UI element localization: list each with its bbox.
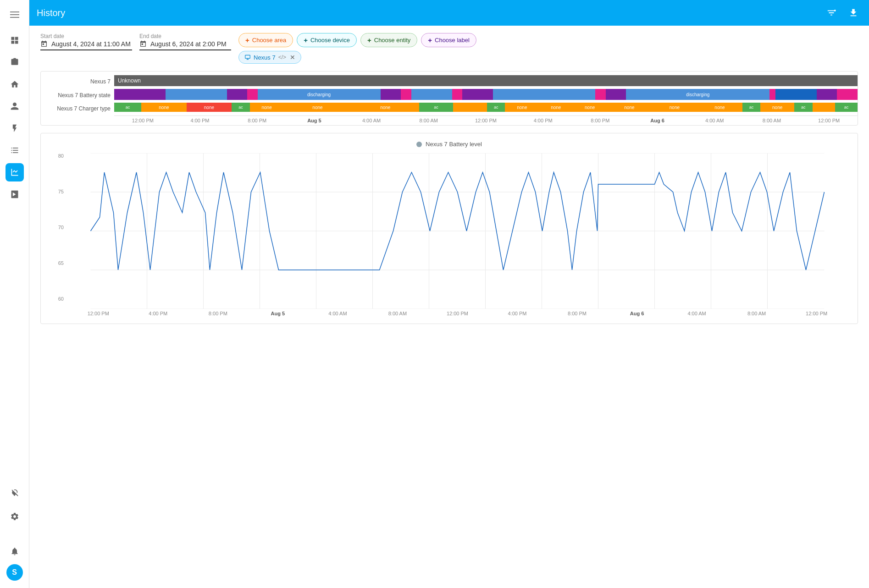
bs-seg-discharging2: discharging bbox=[626, 89, 769, 100]
legend-label: Nexus 7 Battery level bbox=[426, 141, 482, 148]
svg-rect-1 bbox=[10, 14, 19, 15]
svg-rect-10 bbox=[12, 150, 18, 151]
start-date-field[interactable]: Start date August 4, 2024 at 11:00 AM bbox=[40, 33, 132, 50]
notification-icon[interactable] bbox=[6, 542, 24, 561]
home-icon[interactable] bbox=[6, 75, 24, 93]
active-device-label: Nexus 7 bbox=[254, 54, 276, 61]
axis-8pm: 8:00 PM bbox=[228, 118, 286, 123]
svg-rect-3 bbox=[11, 37, 14, 40]
choose-area-button[interactable]: + Choose area bbox=[238, 33, 293, 47]
topbar: History bbox=[29, 0, 869, 26]
y-label-70: 70 bbox=[48, 225, 64, 230]
x-4am2: 4:00 AM bbox=[667, 311, 727, 316]
bs-seg-16 bbox=[837, 89, 858, 100]
chart-icon[interactable] bbox=[6, 163, 24, 181]
timeline-row-battery-state: Nexus 7 Battery state discharging bbox=[41, 89, 858, 102]
person-icon[interactable] bbox=[6, 97, 24, 115]
ct-none9: none bbox=[573, 103, 607, 112]
legend-dot bbox=[416, 142, 422, 147]
svg-rect-8 bbox=[12, 148, 18, 148]
ct-none7: none bbox=[505, 103, 539, 112]
ct-none14 bbox=[813, 103, 835, 112]
choose-label-button[interactable]: + Choose label bbox=[421, 33, 476, 47]
svg-rect-5 bbox=[11, 41, 14, 44]
x-8pm2: 8:00 PM bbox=[547, 311, 607, 316]
timeline-label-charger-type: Nexus 7 Charger type bbox=[41, 105, 114, 112]
dashboard-icon[interactable] bbox=[6, 31, 24, 49]
filter-row-top: + Choose area + Choose device + Choose e… bbox=[238, 33, 858, 47]
x-4pm: 4:00 PM bbox=[128, 311, 188, 316]
bs-seg-13 bbox=[769, 89, 775, 100]
timeline-row-charger-type: Nexus 7 Charger type ac none none ac non… bbox=[41, 103, 858, 115]
play-icon[interactable] bbox=[6, 185, 24, 203]
svg-rect-0 bbox=[10, 11, 19, 12]
timeline-x-axis: 12:00 PM 4:00 PM 8:00 PM Aug 5 4:00 AM 8… bbox=[114, 115, 858, 123]
ct-none3: none bbox=[250, 103, 284, 112]
ct-none2: none bbox=[187, 103, 232, 112]
x-4pm2: 4:00 PM bbox=[487, 311, 548, 316]
svg-rect-2 bbox=[10, 17, 19, 18]
battery-level-line bbox=[91, 172, 825, 270]
ct-none4: none bbox=[284, 103, 352, 112]
x-8am: 8:00 AM bbox=[368, 311, 428, 316]
ct-ac6: ac bbox=[794, 103, 812, 112]
end-date-field[interactable]: End date August 6, 2024 at 2:00 PM bbox=[139, 33, 231, 50]
lightning-icon[interactable] bbox=[6, 119, 24, 137]
ct-none5: none bbox=[351, 103, 419, 112]
download-button[interactable] bbox=[845, 5, 862, 21]
bs-seg-9 bbox=[462, 89, 493, 100]
axis-4pm2: 4:00 PM bbox=[515, 118, 572, 123]
bs-seg-4 bbox=[247, 89, 257, 100]
settings-icon[interactable] bbox=[6, 507, 24, 526]
active-device-close[interactable]: ✕ bbox=[290, 54, 295, 61]
start-date-value: August 4, 2024 at 11:00 AM bbox=[51, 40, 131, 48]
timeline-row-nexus7: Nexus 7 Unknown bbox=[41, 75, 858, 88]
svg-rect-4 bbox=[15, 37, 18, 40]
camera-icon[interactable] bbox=[6, 53, 24, 71]
list-icon[interactable] bbox=[6, 141, 24, 159]
ct-none10: none bbox=[607, 103, 652, 112]
bs-seg-6 bbox=[401, 89, 411, 100]
choose-entity-button[interactable]: + Choose entity bbox=[360, 33, 417, 47]
timeline-label-battery-state: Nexus 7 Battery state bbox=[41, 92, 114, 99]
filter-clear-button[interactable] bbox=[823, 5, 840, 21]
axis-8pm2: 8:00 PM bbox=[572, 118, 629, 123]
x-8pm: 8:00 PM bbox=[188, 311, 248, 316]
svg-rect-6 bbox=[15, 41, 18, 44]
start-date-label: Start date bbox=[40, 33, 132, 39]
choose-device-button[interactable]: + Choose device bbox=[297, 33, 357, 47]
bs-seg-2 bbox=[166, 89, 227, 100]
active-device-chip[interactable]: Nexus 7 </> ✕ bbox=[238, 51, 301, 64]
axis-aug5: Aug 5 bbox=[286, 118, 343, 123]
hammer-icon[interactable] bbox=[6, 484, 24, 502]
menu-icon[interactable] bbox=[6, 5, 24, 24]
user-avatar[interactable]: S bbox=[6, 564, 23, 581]
sidebar: S bbox=[0, 0, 29, 588]
timeline-container: Nexus 7 Unknown Nexus 7 Battery state bbox=[40, 71, 858, 126]
axis-aug6: Aug 6 bbox=[629, 118, 686, 123]
end-date-value: August 6, 2024 at 2:00 PM bbox=[150, 40, 227, 48]
x-aug6: Aug 6 bbox=[607, 311, 667, 316]
axis-12pm3: 12:00 PM bbox=[800, 118, 858, 123]
ct-ac4: ac bbox=[487, 103, 505, 112]
x-4am: 4:00 AM bbox=[308, 311, 368, 316]
svg-rect-9 bbox=[11, 150, 12, 151]
battery-chart-svg bbox=[68, 153, 847, 309]
end-date-label: End date bbox=[139, 33, 231, 39]
filter-buttons: + Choose area + Choose device + Choose e… bbox=[238, 33, 858, 64]
y-label-65: 65 bbox=[48, 260, 64, 266]
bs-seg-15 bbox=[817, 89, 837, 100]
timeline-bar-battery-state: discharging discharging bbox=[114, 89, 858, 102]
axis-12pm: 12:00 PM bbox=[114, 118, 172, 123]
ct-none11: none bbox=[652, 103, 697, 112]
y-label-75: 75 bbox=[48, 189, 64, 194]
bs-seg-5 bbox=[381, 89, 401, 100]
page-title: History bbox=[37, 8, 818, 18]
device-code-icon: </> bbox=[278, 54, 286, 60]
chart-legend: Nexus 7 Battery level bbox=[48, 141, 850, 148]
axis-4am2: 4:00 AM bbox=[686, 118, 743, 123]
x-12pm3: 12:00 PM bbox=[786, 311, 847, 316]
bs-seg-discharging1: discharging bbox=[258, 89, 381, 100]
svg-rect-12 bbox=[12, 152, 18, 153]
bs-seg-14 bbox=[775, 89, 816, 100]
